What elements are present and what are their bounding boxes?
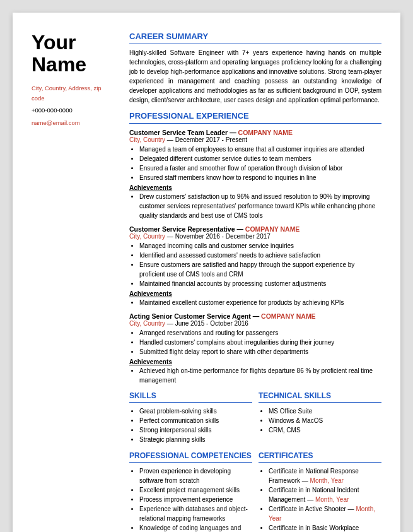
competencies-section: PROFESSIONAL COMPETENCIES Proven experie…	[129, 451, 252, 532]
certificates-list: Certificate in National Response Framewo…	[269, 466, 381, 532]
job-2-duty-1: Managed incoming calls and customer serv…	[139, 241, 381, 251]
career-summary-text: Highly-skilled Software Engineer with 7+…	[129, 48, 381, 105]
job-1-duty-1: Managed a team of employees to ensure th…	[139, 145, 381, 154]
tech-skill-1: MS Office Suite	[269, 406, 381, 416]
job-1-duties-list: Managed a team of employees to ensure th…	[139, 145, 381, 182]
tech-skill-2: Windows & MacOS	[269, 416, 381, 425]
address: City, Country, Address, zip code	[32, 83, 112, 102]
job-3-location: City, Country	[129, 320, 165, 327]
phone-text: +000-000-0000	[32, 107, 73, 114]
job-2-title: Customer Service Representative	[129, 225, 235, 233]
certificates-title: CERTIFICATES	[259, 451, 381, 460]
competency-5: Knowledge of coding languages and framew…	[139, 523, 252, 532]
job-2-duty-4: Maintained financial accounts by process…	[139, 279, 381, 288]
email-text: name@email.com	[32, 119, 80, 126]
job-1-duty-2: Delegated different customer service dut…	[139, 154, 381, 163]
job-2-dates: November 2016 - December 2017	[175, 233, 270, 240]
cert-4-text: Certificate in in Basic Workplace Securi…	[269, 524, 359, 532]
left-column: Your Name City, Country, Address, zip co…	[32, 32, 123, 532]
job-1-company: COMPANY NAME	[238, 129, 293, 136]
job-2-dates-sep: —	[167, 233, 175, 240]
tech-skill-3: CRM, CMS	[269, 425, 381, 435]
job-2-company: COMPANY NAME	[245, 225, 300, 233]
tech-skills-divider	[259, 402, 381, 403]
job-2-achievement-1: Maintained excellent customer experience…	[139, 298, 381, 307]
job-3-dates: June 2015 - October 2016	[175, 320, 248, 327]
job-3-separator: —	[253, 312, 261, 320]
job-1-duty-3: Ensured a faster and smoother flow of op…	[139, 163, 381, 173]
job-2-duty-3: Ensure customers are satisfied and happy…	[139, 260, 381, 279]
job-3-duty-2: Handled customers' complains about irreg…	[139, 338, 381, 347]
job-3-achievements-label: Achievements	[129, 358, 381, 365]
job-1-achievements-list: Drew customers' satisfaction up to 96% a…	[139, 192, 381, 220]
competency-4: Experience with databases and object-rel…	[139, 504, 252, 523]
competencies-list: Proven experience in developing software…	[139, 466, 252, 532]
job-3-duty-1: Arranged reservations and routing for pa…	[139, 328, 381, 338]
skill-3: Strong interpersonal skills	[139, 425, 252, 435]
job-1-separator: —	[230, 129, 238, 136]
job-1-location-line: City, Country — December 2017 - Present	[129, 136, 381, 143]
competency-2: Excellent project management skills	[139, 485, 252, 495]
cert-1: Certificate in National Response Framewo…	[269, 466, 381, 485]
skills-section: SKILLS Great problem-solving skills Perf…	[129, 391, 252, 446]
job-2-achievements-label: Achievements	[129, 290, 381, 297]
job-3-dates-sep: —	[167, 320, 175, 327]
job-2-separator: —	[236, 225, 245, 233]
skills-list: Great problem-solving skills Perfect com…	[139, 406, 252, 444]
name-line1: Your	[32, 31, 76, 54]
job-3-title: Acting Senior Customer Service Agent	[129, 312, 251, 320]
career-summary-title: CAREER SUMMARY	[129, 32, 381, 41]
competency-3: Process improvement experience	[139, 495, 252, 504]
job-3-duty-3: Submitted flight delay report to share w…	[139, 347, 381, 357]
professional-experience-section: PROFESSIONAL EXPERIENCE Customer Service…	[129, 111, 381, 385]
skill-4: Strategic planning skills	[139, 435, 252, 444]
technical-skills-section: TECHNICAL SKILLS MS Office Suite Windows…	[259, 391, 381, 437]
job-2-duties-list: Managed incoming calls and customer serv…	[139, 241, 381, 288]
job-3-duties-list: Arranged reservations and routing for pa…	[139, 328, 381, 357]
cert-3: Certificate in Active Shooter — Month, Y…	[269, 504, 381, 523]
job-3-company: COMPANY NAME	[261, 312, 316, 320]
skills-divider	[129, 402, 252, 403]
career-summary-divider	[129, 44, 381, 44]
competencies-title: PROFESSIONAL COMPETENCIES	[129, 451, 252, 460]
job-3-title-line: Acting Senior Customer Service Agent — C…	[129, 312, 381, 320]
tech-skills-title: TECHNICAL SKILLS	[259, 391, 381, 400]
job-3-location-line: City, Country — June 2015 - October 2016	[129, 320, 381, 327]
job-3: Acting Senior Customer Service Agent — C…	[129, 312, 381, 385]
job-1-duty-4: Ensured staff members know how to respon…	[139, 173, 381, 182]
resume-page: Your Name City, Country, Address, zip co…	[13, 13, 400, 532]
job-2-location-line: City, Country — November 2016 - December…	[129, 233, 381, 240]
certificates-divider	[259, 462, 381, 463]
cert-1-highlight: Month, Year	[308, 477, 344, 484]
job-2-location: City, Country	[129, 233, 165, 240]
skills-row: SKILLS Great problem-solving skills Perf…	[129, 391, 381, 446]
right-column: CAREER SUMMARY Highly-skilled Software E…	[123, 32, 381, 532]
job-1: Customer Service Team Leader — COMPANY N…	[129, 129, 381, 220]
cert-3-text: Certificate in Active Shooter —	[269, 505, 354, 512]
prof-exp-divider	[129, 123, 381, 124]
certificates-section: CERTIFICATES Certificate in National Res…	[259, 451, 381, 532]
job-3-achievement-1: Achieved high on-time performance for fl…	[139, 366, 381, 385]
skill-2: Perfect communication skills	[139, 416, 252, 425]
career-summary-section: CAREER SUMMARY Highly-skilled Software E…	[129, 32, 381, 105]
skill-1: Great problem-solving skills	[139, 406, 252, 416]
job-1-title-line: Customer Service Team Leader — COMPANY N…	[129, 129, 381, 136]
competencies-row: PROFESSIONAL COMPETENCIES Proven experie…	[129, 451, 381, 532]
job-1-title: Customer Service Team Leader	[129, 129, 228, 136]
job-2-title-line: Customer Service Representative — COMPAN…	[129, 225, 381, 233]
job-3-achievements-list: Achieved high on-time performance for fl…	[139, 366, 381, 385]
job-1-dates: December 2017 - Present	[175, 136, 248, 143]
job-2-achievements-list: Maintained excellent customer experience…	[139, 298, 381, 307]
job-1-dates-sep: —	[167, 136, 175, 143]
job-1-achievements-label: Achievements	[129, 184, 381, 191]
skills-title: SKILLS	[129, 391, 252, 400]
cert-2-highlight: Month, Year	[313, 496, 349, 503]
job-1-achievement-1: Drew customers' satisfaction up to 96% a…	[139, 192, 381, 220]
job-1-location: City, Country	[129, 136, 165, 143]
cert-2: Certificate in in National Incident Mana…	[269, 485, 381, 504]
cert-4: Certificate in in Basic Workplace Securi…	[269, 523, 381, 532]
competencies-divider	[129, 462, 252, 463]
candidate-name: Your Name	[32, 32, 112, 76]
job-2: Customer Service Representative — COMPAN…	[129, 225, 381, 307]
phone: +000-000-0000	[32, 105, 112, 115]
